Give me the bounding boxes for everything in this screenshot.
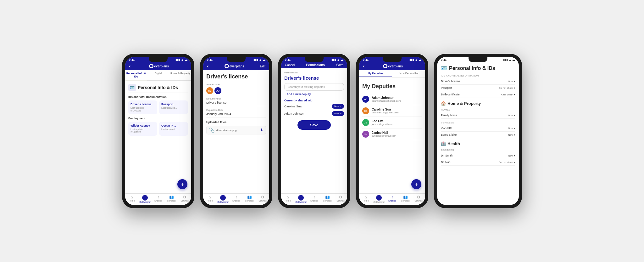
s5-vehicles-head: Vehicles — [441, 121, 515, 124]
s5-health-title: 🏥 Health — [441, 141, 515, 146]
notch-5 — [469, 57, 487, 62]
save-button-3[interactable]: Save — [297, 120, 331, 130]
notch-3 — [305, 57, 324, 62]
avatar-cs-2: CS — [206, 87, 213, 94]
nav-bar-4: ‹ everplans — [359, 62, 425, 70]
tab-digital[interactable]: Digital — [147, 70, 169, 80]
search-box-3[interactable]: Search your existing deputies — [284, 83, 344, 91]
fab-1[interactable]: + — [177, 179, 187, 189]
s5-label-family-home: Family home — [441, 114, 457, 117]
card-title-dl: Driver's license — [130, 103, 155, 106]
page-title-1: Personal Info & IDs — [138, 85, 178, 90]
status-icons-1: ▮▮▮ ▲ ☁ — [175, 58, 187, 61]
download-icon-2[interactable]: ⬇ — [260, 128, 263, 132]
screen-1: 9:41 ▮▮▮ ▲ ☁ ‹ everplans Personal Info &… — [125, 57, 191, 205]
doc-title-blue-3: Driver's license — [284, 75, 344, 81]
deputy-item-je[interactable]: JE Joe Eve joeeve@gmail.com — [362, 117, 422, 128]
deputy-info-jh: Janice Hall janicehall@gmail.com — [372, 131, 396, 137]
deputy-item-aj[interactable]: AJ Adam Johnson adamjohnson@gmail.com — [362, 94, 422, 105]
nav-settings-2[interactable]: ⚙ Settings — [256, 195, 269, 203]
screen-content-2: Driver's license Shared with CS AJ Docum… — [203, 70, 269, 193]
tab-my-deputies[interactable]: My Deputies — [359, 70, 392, 77]
deputy-select-adam[interactable]: Now ▾ — [332, 111, 344, 116]
s5-select-birth[interactable]: After death ▾ — [501, 93, 515, 96]
notch-2 — [227, 57, 246, 62]
back-btn-1[interactable]: ‹ — [129, 63, 130, 69]
deputy-item-jh[interactable]: JH Janice Hall janicehall@gmail.com — [362, 128, 422, 140]
card-title-w: Wilder Agency — [130, 124, 155, 127]
uploaded-files-title-2: Uploaded Files — [206, 121, 266, 124]
nav-settings-3[interactable]: ⚙ Settings — [334, 195, 347, 203]
nav-settings-1[interactable]: ⚙ Settings — [178, 195, 191, 203]
screen-3: 9:41 ▮▮▮ ▲ ☁ Cancel Permissions Save Per… — [281, 57, 347, 205]
s5-row-dr-nao[interactable]: Dr. Nao Do not share ▾ — [441, 159, 515, 166]
nav-myeverplan-4[interactable]: ··· My Everplan — [372, 195, 386, 203]
edit-btn-2[interactable]: Edit — [260, 65, 265, 68]
nav-myeverplan-3[interactable]: ··· My Everplan — [294, 195, 308, 203]
card-drivers-license[interactable]: Driver's license Last updated 5/14/2023 — [128, 100, 157, 114]
card-passport[interactable]: Passport Last updated... — [159, 100, 188, 114]
back-btn-2[interactable]: ‹ — [207, 63, 208, 69]
s5-label-vw: VW Jetta — [441, 127, 452, 130]
tab-home-property[interactable]: Home & Property — [169, 70, 191, 80]
contacts-icon-2: 👥 — [247, 195, 252, 199]
nav-contacts-4[interactable]: 👥 Contacts — [399, 195, 412, 203]
s5-select-family-home[interactable]: Now ▾ — [508, 114, 515, 117]
deputy-select-caroline[interactable]: Now ▾ — [332, 104, 344, 109]
nav-contacts-2[interactable]: 👥 Contacts — [243, 195, 256, 203]
nav-sharing-2[interactable]: ↑ Sharing — [230, 195, 243, 203]
file-item-2[interactable]: 📎 driverslicense.png ⬇ — [206, 126, 266, 134]
nav-sharing-3[interactable]: ↑ Sharing — [308, 195, 321, 203]
page-header-1: 🪪 Personal Info & IDs — [128, 84, 188, 93]
nav-sharing-4[interactable]: ↑ Sharing — [386, 195, 399, 203]
card-ocean[interactable]: Ocean Pr... Last updated... — [159, 122, 188, 136]
settings-icon-1: ⚙ — [183, 195, 186, 199]
s5-row-family-home[interactable]: Family home Now ▾ — [441, 112, 515, 119]
s5-select-vw[interactable]: Now ▾ — [508, 127, 515, 130]
s5-row-passport[interactable]: Passport Do not share ▾ — [441, 85, 515, 91]
s5-select-dr-smith[interactable]: Now ▾ — [508, 154, 515, 157]
add-deputy-btn-3[interactable]: + Add a new deputy — [284, 93, 344, 96]
status-icons-4: ▮▮▮ ▲ ☁ — [409, 58, 421, 61]
avatar-cs-4: CS — [362, 107, 369, 114]
card-sub-o: Last updated... — [161, 128, 186, 131]
nav-home-2[interactable]: ⌂ Home — [203, 195, 216, 203]
section-employment: Employment — [128, 117, 188, 120]
tab-deputy-for[interactable]: I'm a Deputy For — [392, 70, 425, 77]
shared-with-label-2: Shared with — [206, 83, 266, 86]
nav-contacts-3[interactable]: 👥 Contacts — [321, 195, 334, 203]
s5-row-vw[interactable]: VW Jetta Now ▾ — [441, 125, 515, 132]
s5-row-dr-smith[interactable]: Dr. Smith Now ▾ — [441, 152, 515, 159]
phone-4: 9:41 ▮▮▮ ▲ ☁ ‹ everplans My Deputies I'm… — [356, 54, 428, 208]
back-btn-4[interactable]: ‹ — [363, 63, 364, 69]
nav-contacts-1[interactable]: 👥 Contacts — [165, 195, 178, 203]
phone-2: 9:41 ▮▮▮ ▲ ☁ ‹ everplans Edit Driver's l… — [200, 54, 272, 208]
s5-select-ebike[interactable]: Now ▾ — [508, 134, 515, 136]
cancel-btn-3[interactable]: Cancel — [285, 63, 295, 67]
deputy-name-je: Joe Eve — [372, 119, 393, 123]
save-btn-top-3[interactable]: Save — [336, 63, 343, 67]
fab-4[interactable]: + — [411, 179, 421, 189]
tab-personal-info[interactable]: Personal Info & IDs — [125, 70, 147, 80]
nav-home-1[interactable]: ⌂ Home — [125, 195, 138, 203]
card-wilder[interactable]: Wilder Agency Last updated 2/14/2023 — [128, 122, 157, 136]
s5-row-birth[interactable]: Birth certificate After death ▾ — [441, 91, 515, 98]
s5-row-dl[interactable]: Driver's license Now ▾ — [441, 78, 515, 85]
s5-select-passport[interactable]: Do not share ▾ — [499, 87, 515, 89]
nav-myeverplan-1[interactable]: ··· My Everplan — [138, 195, 152, 203]
deputy-name-jh: Janice Hall — [372, 131, 396, 134]
s5-select-dr-nao[interactable]: Do not share ▾ — [499, 161, 515, 164]
nav-myeverplan-2[interactable]: ··· My Everplan — [216, 195, 230, 203]
screen-content-3: Permissions Driver's license Search your… — [281, 68, 347, 193]
home-property-icon: 🏠 — [441, 101, 446, 106]
avatar-aj-4: AJ — [362, 96, 369, 103]
nav-home-4[interactable]: ⌂ Home — [359, 195, 372, 203]
settings-icon-2: ⚙ — [261, 195, 264, 199]
tab-bar-top-1: Personal Info & IDs Digital Home & Prope… — [125, 70, 191, 81]
s5-select-dl[interactable]: Now ▾ — [508, 80, 515, 83]
s5-row-ebike[interactable]: Ben's E-bike Now ▾ — [441, 132, 515, 138]
nav-sharing-1[interactable]: ↑ Sharing — [152, 195, 165, 203]
deputy-item-cs[interactable]: CS Caroline Sua carolinesua@gmail.com — [362, 105, 422, 117]
nav-home-3[interactable]: ⌂ Home — [281, 195, 294, 203]
nav-settings-4[interactable]: ⚙ Settings — [412, 195, 425, 203]
